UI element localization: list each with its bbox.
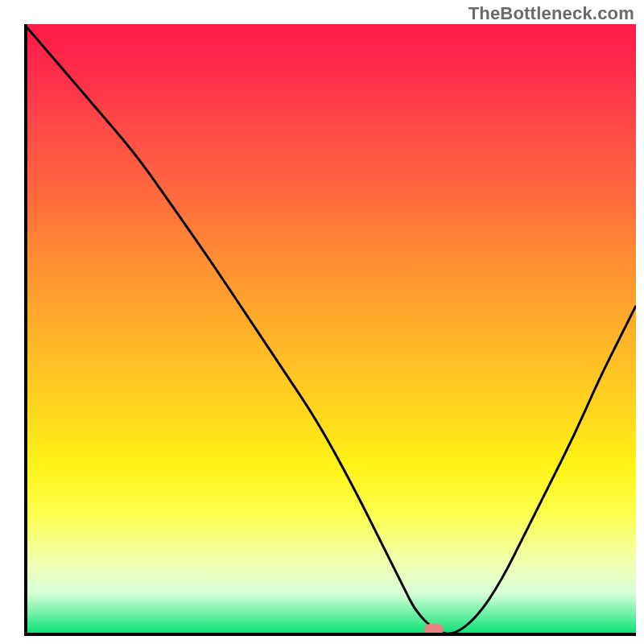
curve-svg (24, 24, 636, 636)
plot-area (24, 24, 636, 636)
optimal-marker (424, 624, 444, 635)
watermark-text: TheBottleneck.com (469, 3, 634, 24)
chart-container: TheBottleneck.com (0, 0, 644, 644)
bottleneck-curve (24, 24, 636, 634)
